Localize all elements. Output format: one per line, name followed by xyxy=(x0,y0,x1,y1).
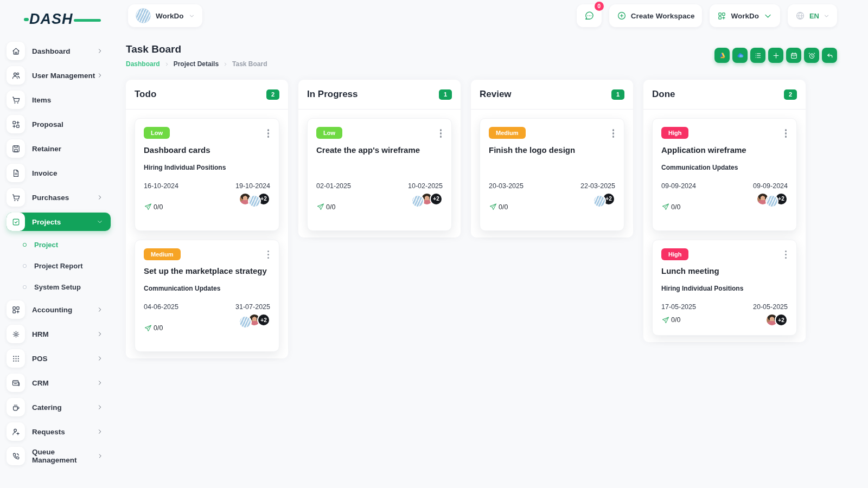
card-menu-button[interactable] xyxy=(439,127,443,140)
task-dates: 09-09-202409-09-2024 xyxy=(661,182,788,190)
workspace-logo-avatar[interactable] xyxy=(593,195,606,208)
bullet-icon xyxy=(23,285,27,289)
sidebar-item-dashboard[interactable]: Dashboard xyxy=(7,42,111,60)
sidebar-icon-box xyxy=(7,188,25,207)
create-workspace-button[interactable]: Create Workspace xyxy=(609,4,703,27)
workspace-logo-avatar[interactable] xyxy=(765,195,778,208)
list-view-button[interactable] xyxy=(750,48,765,63)
add-task-button[interactable] xyxy=(768,48,783,63)
start-date: 04-06-2025 xyxy=(144,303,178,311)
sidebar-icon-box xyxy=(7,398,25,416)
sidebar-item-label: CRM xyxy=(32,379,97,387)
breadcrumb-item-project-details[interactable]: Project Details xyxy=(174,60,219,68)
column-body: MediumFinish the logo design20-03-202522… xyxy=(471,110,633,237)
list-icon xyxy=(754,52,762,60)
task-dates: 16-10-202419-10-2024 xyxy=(144,182,270,190)
workdo-menu-button[interactable]: WorkDo xyxy=(710,4,780,27)
due-date: 31-07-2025 xyxy=(235,303,270,311)
chevron-right-icon xyxy=(97,72,103,79)
sidebar-item-crm[interactable]: CRM xyxy=(7,374,111,392)
calendar-button[interactable] xyxy=(786,48,801,63)
sidebar-item-retainer[interactable]: Retainer xyxy=(7,139,111,158)
workspace-logo-avatar[interactable] xyxy=(239,316,252,329)
assignee-avatars: +2 xyxy=(765,313,788,326)
grid-plus-icon xyxy=(11,305,21,314)
sidebar-subitem-label: System Setup xyxy=(34,283,81,291)
sidebar-item-invoice[interactable]: Invoice xyxy=(7,164,111,182)
sidebar-item-proposal[interactable]: Proposal xyxy=(7,115,111,133)
board-column-review: Review1MediumFinish the logo design20-03… xyxy=(471,80,633,237)
more-assignees-badge[interactable]: +2 xyxy=(257,313,270,326)
cart-icon xyxy=(11,95,21,105)
task-title: Dashboard cards xyxy=(144,145,270,155)
sidebar-item-pos[interactable]: POS xyxy=(7,349,111,368)
chevron-right-icon xyxy=(223,62,228,67)
workspace-switcher[interactable]: WorkDo xyxy=(128,4,202,27)
workspace-logo-avatar[interactable] xyxy=(411,195,424,208)
workspace-logo-avatar[interactable] xyxy=(248,195,261,208)
workspace-name: WorkDo xyxy=(156,12,184,20)
more-assignees-badge[interactable]: +2 xyxy=(775,313,788,326)
cart-icon xyxy=(11,193,21,202)
sidebar-item-label: HRM xyxy=(32,330,97,338)
task-title: Finish the logo design xyxy=(489,145,615,155)
sidebar-item-user-management[interactable]: User Management xyxy=(7,66,111,85)
sidebar-item-queue-management[interactable]: Queue Management xyxy=(7,447,111,465)
task-card[interactable]: MediumSet up the marketplace strategyCom… xyxy=(135,240,279,352)
users-icon xyxy=(11,71,21,80)
sidebar-icon-box xyxy=(7,115,25,133)
sidebar-icon-box xyxy=(7,422,25,441)
task-card[interactable]: LowCreate the app's wireframe02-01-20251… xyxy=(307,118,452,231)
priority-badge: Low xyxy=(316,127,342,139)
task-dates: 17-05-202520-05-2025 xyxy=(661,303,788,311)
sidebar-item-catering[interactable]: Catering xyxy=(7,398,111,416)
sidebar-item-hrm[interactable]: HRM xyxy=(7,325,111,343)
onedrive-button[interactable] xyxy=(732,48,748,63)
breadcrumb-item-dashboard[interactable]: Dashboard xyxy=(126,60,160,68)
sidebar-item-accounting[interactable]: Accounting xyxy=(7,300,111,319)
task-card[interactable]: MediumFinish the logo design20-03-202522… xyxy=(480,118,624,231)
card-menu-button[interactable] xyxy=(266,127,271,140)
logo-accent-dot xyxy=(24,18,29,21)
proposal-icon xyxy=(11,120,21,129)
logo-text: DASH xyxy=(29,11,73,27)
back-button[interactable] xyxy=(822,48,837,63)
sidebar-item-purchases[interactable]: Purchases xyxy=(7,188,111,207)
card-menu-button[interactable] xyxy=(611,127,616,140)
subtask-progress-value: 0/0 xyxy=(154,203,163,211)
sidebar-item-requests[interactable]: Requests xyxy=(7,422,111,441)
due-date: 22-03-2025 xyxy=(580,182,615,190)
column-title: Review xyxy=(480,89,512,100)
topbar-actions: 0 Create Workspace WorkDo EN xyxy=(577,4,837,27)
card-footer: 0/0+2 xyxy=(661,313,788,326)
language-selector[interactable]: EN xyxy=(788,4,837,27)
chevron-down-icon xyxy=(189,13,195,19)
task-card[interactable]: LowDashboard cardsHiring Individual Posi… xyxy=(135,118,279,231)
sidebar-item-label: Retainer xyxy=(32,145,103,153)
undo-icon xyxy=(826,52,834,60)
sidebar-subitem-project[interactable]: Project xyxy=(23,237,111,252)
task-card[interactable]: HighLunch meetingHiring Individual Posit… xyxy=(652,240,797,336)
priority-badge: High xyxy=(661,248,688,260)
column-count-badge: 2 xyxy=(784,89,797,100)
messages-button[interactable]: 0 xyxy=(577,4,602,27)
app-logo[interactable]: DASH xyxy=(29,11,89,28)
sidebar-item-projects[interactable]: Projects xyxy=(7,213,111,231)
column-title: In Progress xyxy=(307,89,358,100)
card-menu-button[interactable] xyxy=(784,248,788,261)
sidebar-subitem-project-report[interactable]: Project Report xyxy=(23,258,111,273)
card-menu-button[interactable] xyxy=(784,127,788,140)
sidebar-subitem-system-setup[interactable]: System Setup xyxy=(23,279,111,294)
workdo-menu-label: WorkDo xyxy=(731,12,759,20)
task-card[interactable]: HighApplication wireframeCommunication U… xyxy=(652,118,797,231)
more-assignees-badge[interactable]: +2 xyxy=(430,192,443,206)
google-drive-button[interactable] xyxy=(714,48,730,63)
onedrive-icon xyxy=(736,52,744,60)
due-date: 09-09-2024 xyxy=(753,182,788,190)
sidebar: DASH DashboardUser ManagementItemsPropos… xyxy=(0,0,115,488)
card-menu-button[interactable] xyxy=(266,248,271,261)
plus-circle-icon xyxy=(617,11,627,21)
reminder-button[interactable] xyxy=(804,48,819,63)
subtask-progress: 0/0 xyxy=(661,316,680,324)
sidebar-item-items[interactable]: Items xyxy=(7,91,111,109)
